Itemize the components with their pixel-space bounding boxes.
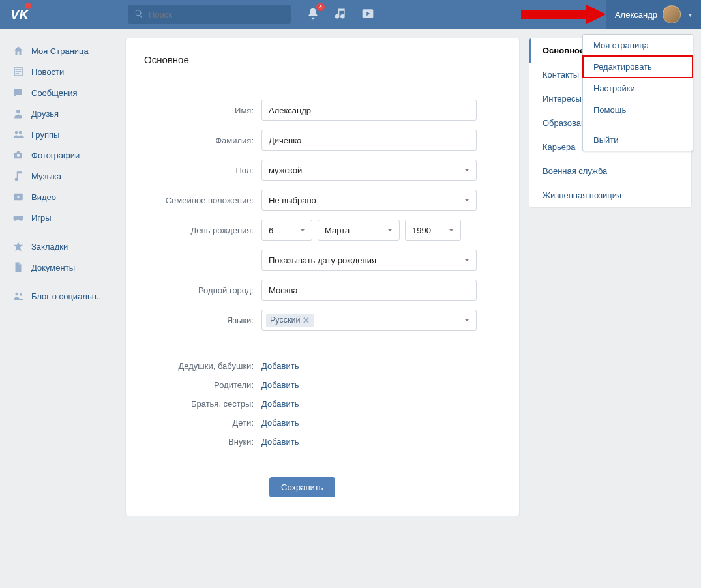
dropdown-edit[interactable]: Редактировать [583, 56, 693, 78]
dropdown-settings[interactable]: Настройки [583, 78, 693, 99]
form-separator [144, 344, 501, 344]
annotation-arrow [521, 5, 606, 24]
nav-music[interactable]: Музыка [9, 166, 116, 186]
people-icon [12, 289, 25, 302]
tab-life[interactable]: Жизненная позиция [529, 183, 691, 207]
label-last-name: Фамилия: [144, 136, 261, 145]
svg-point-2 [15, 131, 18, 134]
gamepad-icon [12, 211, 25, 224]
home-icon [12, 44, 25, 57]
bday-month-select[interactable]: Марта [318, 220, 400, 241]
edit-form: Основное Имя: Александр Фамилия: Диченко… [125, 38, 520, 516]
hometown-input[interactable]: Москва [261, 280, 477, 301]
nav-label: Фотографии [31, 151, 80, 160]
nav-photos[interactable]: Фотографии [9, 145, 116, 166]
video-header-icon[interactable] [361, 7, 374, 22]
tab-military[interactable]: Военная служба [529, 159, 691, 183]
label-grandparents: Дедушки, бабушки: [144, 361, 261, 371]
add-siblings[interactable]: Добавить [261, 399, 299, 409]
svg-point-6 [16, 293, 19, 296]
chat-icon [12, 86, 25, 99]
nav-friends[interactable]: Друзья [9, 103, 116, 124]
svg-point-3 [19, 131, 22, 134]
nav-games[interactable]: Игры [9, 207, 116, 228]
nav-label: Друзья [31, 109, 59, 119]
label-parents: Родители: [144, 380, 261, 390]
user-name: Александр [615, 10, 657, 20]
user-menu-toggle[interactable]: Александр ▾ [606, 0, 701, 29]
dropdown-help[interactable]: Помощь [583, 99, 693, 121]
news-icon [12, 65, 25, 78]
nav-label: Группы [31, 130, 59, 140]
last-name-input[interactable]: Диченко [261, 130, 477, 151]
star-icon [12, 240, 25, 253]
label-sex: Пол: [144, 166, 261, 175]
left-nav: Моя СтраницаНовостиСообщенияДрузьяГруппы… [9, 38, 116, 306]
save-button[interactable]: Сохранить [269, 477, 335, 497]
nav-label: Игры [31, 213, 52, 223]
doc-icon [12, 261, 25, 274]
svg-point-4 [17, 154, 20, 158]
page-title: Основное [144, 54, 501, 81]
camera-icon [12, 149, 25, 162]
bday-visibility-select[interactable]: Показывать дату рождения [261, 250, 477, 271]
label-siblings: Братья, сестры: [144, 399, 261, 409]
nav-docs[interactable]: Документы [9, 257, 116, 278]
nav-label: Сообщения [31, 88, 78, 98]
nav-blog[interactable]: Блог о социальн.. [9, 286, 116, 306]
form-separator-2 [144, 460, 501, 460]
notif-badge: 4 [316, 3, 325, 11]
language-tag[interactable]: Русский ✕ [266, 314, 314, 327]
dropdown-my-page[interactable]: Моя страница [583, 35, 693, 56]
languages-select[interactable]: Русский ✕ [261, 310, 477, 331]
search-box[interactable] [128, 5, 291, 24]
nav-my-page[interactable]: Моя Страница [9, 40, 116, 61]
nav-label: Музыка [31, 171, 61, 181]
nav-messages[interactable]: Сообщения [9, 82, 116, 103]
avatar [663, 5, 681, 23]
add-parents[interactable]: Добавить [261, 380, 299, 390]
label-relation: Семейное положение: [144, 196, 261, 205]
dropdown-logout[interactable]: Выйти [583, 129, 693, 151]
remove-lang-icon[interactable]: ✕ [303, 316, 310, 325]
nav-groups[interactable]: Группы [9, 124, 116, 145]
nav-label: Новости [31, 67, 64, 77]
chevron-down-icon: ▾ [689, 11, 692, 18]
label-children: Дети: [144, 418, 261, 428]
notifications-icon[interactable]: 4 [306, 7, 320, 22]
music-icon [12, 169, 25, 183]
nav-label: Блог о социальн.. [31, 291, 101, 301]
nav-label: Закладки [31, 242, 68, 252]
header: VK 4 Александр ▾ [0, 0, 701, 29]
label-hometown: Родной город: [144, 286, 261, 295]
search-icon [134, 9, 149, 20]
bday-day-select[interactable]: 6 [261, 220, 312, 241]
sex-select[interactable]: мужской [261, 160, 477, 181]
group-icon [12, 128, 25, 141]
video-icon [12, 190, 25, 203]
user-dropdown: Моя страница Редактировать Настройки Пом… [582, 34, 693, 151]
nav-bookmarks[interactable]: Закладки [9, 236, 116, 257]
label-first-name: Имя: [144, 106, 261, 115]
label-grandchildren: Внуки: [144, 437, 261, 447]
music-header-icon[interactable] [334, 7, 347, 22]
dropdown-separator [593, 125, 682, 125]
vk-logo[interactable]: VK [9, 4, 30, 25]
nav-news[interactable]: Новости [9, 61, 116, 82]
nav-label: Документы [31, 263, 75, 272]
relation-select[interactable]: Не выбрано [261, 190, 477, 211]
nav-label: Видео [31, 192, 56, 202]
label-birthday: День рождения: [144, 226, 261, 235]
add-grandchildren[interactable]: Добавить [261, 437, 299, 447]
svg-point-1 [16, 110, 20, 113]
user-icon [12, 107, 25, 120]
add-children[interactable]: Добавить [261, 418, 299, 428]
first-name-input[interactable]: Александр [261, 100, 477, 121]
nav-video[interactable]: Видео [9, 186, 116, 207]
add-grandparents[interactable]: Добавить [261, 361, 299, 371]
search-input[interactable] [149, 10, 284, 20]
bday-year-select[interactable]: 1990 [405, 220, 461, 241]
label-languages: Языки: [144, 316, 261, 325]
nav-label: Моя Страница [31, 46, 89, 56]
svg-point-7 [20, 293, 22, 296]
